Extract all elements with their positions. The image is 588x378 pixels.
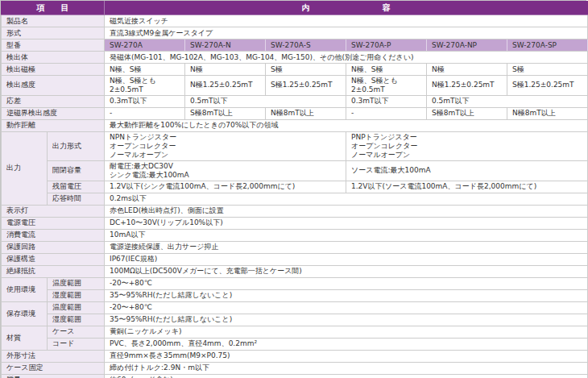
value-reverse-field: N極8mT以上 [266,107,346,119]
label-storage-env: 保存環境 [2,301,48,326]
label-dimensions: 外形寸法 [2,350,105,362]
row-weight: 質量 約60g(コード含む) [2,374,588,378]
value-sensitivity: S極1.25±0.25mT [507,76,588,96]
value-detection-pole: S極 [266,64,346,76]
value-reverse-field: S極8mT以上 [427,107,507,119]
value-reverse-field: N極8mT以上 [507,107,588,119]
value-product-name: 磁気近接スイッチ [105,15,588,27]
row-material-case: 材質 ケース 黄銅(ニッケルメッキ) [2,326,588,338]
row-residual-voltage: 残留電圧 1.2V以下(シンク電流100mA、コード長2,000mmにて) 1.… [2,181,588,193]
label-operating-temp-range: 温度範囲 [48,277,105,289]
label-switching-capacity: 開閉容量 [48,160,105,181]
value-output-form-npn: NPNトランジスター オープンコレクター ノーマルオープン [105,131,346,160]
label-insulation-resistance: 絶縁抵抗 [2,265,105,277]
value-operating-distance: 最大動作距離を100%にしたときの70%以下の領域 [105,119,588,131]
label-product-name: 製品名 [2,15,105,27]
value-protection-structure: IP67(IEC規格) [105,253,588,265]
row-product-name: 製品名 磁気近接スイッチ [2,15,588,27]
value-residual-voltage-source: 1.2V以下(ソース電流100mA、コード長2,000mmにて) [346,181,588,193]
value-case-fixing: 締め付けトルク:2.9N・m以下 [105,362,588,374]
row-operating-distance: 動作距離 最大動作距離を100%にしたときの70%以下の領域 [2,119,588,131]
label-power-voltage: 電源電圧 [2,217,105,229]
value-material-cord: PVC、長さ2,000mm、直径4mm、0.2mm² [105,338,588,350]
header-item: 項 目 [2,2,105,15]
value-weight: 約60g(コード含む) [105,374,588,378]
value-dimensions: 直径9mm×長さ35mm(M9×P0.75) [105,350,588,362]
label-material-case: ケース [48,326,105,338]
row-hysteresis: 応差 0.3mT以下 0.5mT以下 0.3mT以下 0.5mT以下 [2,95,588,107]
label-material-cord: コード [48,338,105,350]
header-content: 内 容 [105,2,588,15]
value-power-voltage: DC+10〜30V(リップル10%以下) [105,217,588,229]
value-sensitivity: N極、S極とも2±0.5mT [346,76,427,96]
value-sensitivity: N極、S極とも2±0.5mT [105,76,185,96]
row-material-cord: コード PVC、長さ2,000mm、直径4mm、0.2mm² [2,338,588,350]
row-insulation-resistance: 絶縁抵抗 100MΩ以上(DC500Vメガーにて、充電部一括とケース間) [2,265,588,277]
label-operating-env: 使用環境 [2,277,48,301]
spec-table: 項 目 内 容 製品名 磁気近接スイッチ 形式 直流3線式M9金属ケースタイプ … [1,1,588,378]
label-response-time: 応答時間 [48,193,105,205]
row-detection-pole: 検出磁極 N極、S極 N極 S極 N極、S極 N極 S極 [2,64,588,76]
value-detection-pole: N極 [185,64,266,76]
value-hysteresis: 0.3mT以下 [346,95,427,107]
label-detection-object: 検出体 [2,52,105,64]
label-type: 形式 [2,27,105,39]
value-reverse-field: S極8mT以上 [185,107,266,119]
row-type: 形式 直流3線式M9金属ケースタイプ [2,27,588,39]
value-insulation-resistance: 100MΩ以上(DC500Vメガーにて、充電部一括とケース間) [105,265,588,277]
model-number: SW-270A-N [185,39,266,52]
row-power-voltage: 電源電圧 DC+10〜30V(リップル10%以下) [2,217,588,229]
value-detection-pole: N極 [427,64,507,76]
table-header-row: 項 目 内 容 [2,2,588,15]
value-detection-pole: N極、S極 [105,64,185,76]
value-detection-pole: N極、S極 [346,64,427,76]
label-weight: 質量 [2,374,105,378]
row-protection-circuit: 保護回路 電源逆接続保護、出力サージ抑止 [2,241,588,253]
value-hysteresis: 0.3mT以下 [105,95,185,107]
value-sensitivity: N極1.25±0.25mT [185,76,266,96]
row-response-time: 応答時間 0.2ms以下 [2,193,588,205]
label-hysteresis: 応差 [2,95,105,107]
model-number: SW-270A-SP [507,39,588,52]
row-switching-capacity: 開閉容量 耐電圧:最大DC30V シンク電流:最大100mA ソース電流:最大1… [2,160,588,181]
label-case-fixing: ケース固定 [2,362,105,374]
value-detection-object: 発磁体(MG-101、MG-102A、MG-103、MG-104、MG-150)… [105,52,588,64]
value-indicator: 赤色LED(検出時点灯)、側面に設置 [105,205,588,217]
label-reverse-field: 逆磁界検出感度 [2,107,105,119]
value-operating-temp-range: -20〜+80℃ [105,277,588,289]
value-residual-voltage-sink: 1.2V以下(シンク電流100mA、コード長2,000mmにて) [105,181,346,193]
value-reverse-field: - [346,107,427,119]
row-case-fixing: ケース固定 締め付けトルク:2.9N・m以下 [2,362,588,374]
label-storage-humidity-range: 湿度範囲 [48,314,105,326]
row-output-form: 出力 出力形式 NPNトランジスター オープンコレクター ノーマルオープン PN… [2,131,588,160]
value-storage-humidity-range: 35〜95%RH(ただし結露しないこと) [105,314,588,326]
row-indicator: 表示灯 赤色LED(検出時点灯)、側面に設置 [2,205,588,217]
spec-sheet-page: 項 目 内 容 製品名 磁気近接スイッチ 形式 直流3線式M9金属ケースタイプ … [0,0,586,378]
model-number: SW-270A [105,39,185,52]
row-storage-env-temp: 保存環境 温度範囲 -20〜+80℃ [2,301,588,314]
label-model: 型番 [2,39,105,52]
row-model: 型番 SW-270A SW-270A-N SW-270A-S SW-270A-P… [2,39,588,52]
row-storage-env-humidity: 湿度範囲 35〜95%RH(ただし結露しないこと) [2,314,588,326]
model-number: SW-270A-NP [427,39,507,52]
value-reverse-field: - [105,107,185,119]
row-current-consumption: 消費電流 10mA以下 [2,229,588,241]
row-operating-env-humidity: 湿度範囲 35〜95%RH(ただし結露しないこと) [2,289,588,301]
label-output: 出力 [2,131,48,205]
row-operating-env-temp: 使用環境 温度範囲 -20〜+80℃ [2,277,588,289]
value-hysteresis: 0.5mT以下 [427,95,588,107]
value-protection-circuit: 電源逆接続保護、出力サージ抑止 [105,241,588,253]
value-sensitivity: N極1.25±0.25mT [427,76,507,96]
value-output-form-pnp: PNPトランジスター オープンコレクター ノーマルオープン [346,131,588,160]
label-material: 材質 [2,326,48,350]
label-operating-humidity-range: 湿度範囲 [48,289,105,301]
value-storage-temp-range: -20〜+80℃ [105,301,588,314]
value-switching-capacity-sink: 耐電圧:最大DC30V シンク電流:最大100mA [105,160,346,181]
value-detection-pole: S極 [507,64,588,76]
row-dimensions: 外形寸法 直径9mm×長さ35mm(M9×P0.75) [2,350,588,362]
label-protection-structure: 保護構造 [2,253,105,265]
label-storage-temp-range: 温度範囲 [48,301,105,314]
label-output-form: 出力形式 [48,131,105,160]
value-operating-humidity-range: 35〜95%RH(ただし結露しないこと) [105,289,588,301]
row-reverse-field: 逆磁界検出感度 - S極8mT以上 N極8mT以上 - S極8mT以上 N極8m… [2,107,588,119]
